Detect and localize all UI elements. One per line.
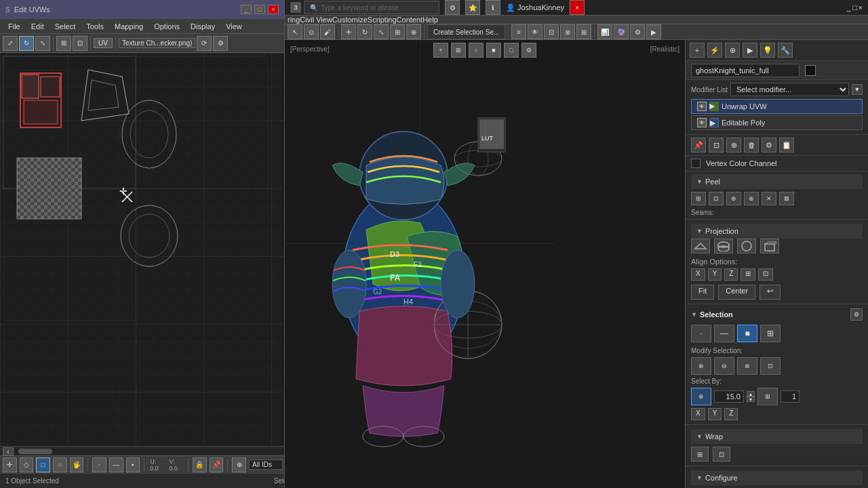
sel-loop-btn[interactable]: ⊗ — [737, 357, 757, 375]
search-options-btn[interactable]: ⚙ — [445, 0, 460, 15]
move-uv-btn[interactable]: ✛ — [3, 458, 17, 472]
uv-label[interactable]: UV — [94, 38, 113, 48]
show-end-result-btn[interactable]: ⊡ — [709, 138, 724, 152]
info-btn[interactable]: ℹ — [486, 0, 500, 15]
menu-tools[interactable]: Tools — [81, 19, 109, 34]
menu-options[interactable]: Options — [149, 19, 185, 34]
sel-x-btn[interactable]: X — [691, 408, 705, 420]
uv-scrollbar-horizontal[interactable]: ‹ › 0 / 100 — [0, 446, 284, 455]
wrap-btn-2[interactable]: ⊡ — [713, 447, 730, 462]
create-selection-btn[interactable]: Create Selection Se... — [427, 24, 505, 39]
make-unique-btn[interactable]: ⊗ — [726, 138, 741, 152]
lasso-sel-btn[interactable]: ⊙ — [304, 24, 319, 39]
menu-display[interactable]: Display — [185, 19, 220, 34]
modifier-item-unwrap[interactable]: 👁 ▶ Unwrap UVW — [691, 99, 863, 114]
move-btn[interactable]: ✛ — [341, 24, 356, 39]
sel-count-input[interactable] — [781, 390, 800, 403]
close-app-btn[interactable]: × — [570, 0, 585, 15]
id-selector[interactable]: All IDs — [249, 460, 283, 470]
shrink-sel-btn[interactable]: ⊖ — [714, 357, 734, 375]
create-panel-btn[interactable]: + — [690, 43, 705, 58]
grow-sel-btn[interactable]: ⊕ — [691, 357, 711, 375]
selection-settings-btn[interactable]: ⚙ — [850, 308, 863, 321]
hierarchy-panel-btn[interactable]: ⊕ — [725, 43, 740, 58]
menu-civil-view[interactable]: Civil View — [300, 16, 332, 24]
hand-tool[interactable]: 🖐 — [70, 458, 84, 472]
copy-modifier-btn[interactable]: 📋 — [779, 138, 794, 152]
sel-grid-btn[interactable]: ⊞ — [757, 388, 778, 405]
remove-modifier-btn[interactable]: 🗑 — [744, 138, 759, 152]
center-button[interactable]: Center — [718, 285, 755, 300]
object-name-input[interactable] — [691, 64, 800, 77]
vp-btn-1[interactable]: + — [433, 43, 448, 58]
scale-tool[interactable]: ⤡ — [35, 36, 50, 51]
align-z[interactable]: Z — [724, 268, 738, 281]
vis-icon-poly[interactable]: 👁 — [697, 118, 707, 127]
face-sel-btn[interactable]: ■ — [737, 325, 757, 342]
lock-btn[interactable]: 🔒 — [193, 458, 207, 472]
proj-cylinder[interactable] — [714, 239, 733, 253]
object-color-swatch[interactable] — [805, 65, 816, 76]
seam-btn-3[interactable]: ⊕ — [726, 192, 741, 205]
element-sel-btn[interactable]: ⊞ — [760, 325, 781, 342]
seam-btn-1[interactable]: ⊞ — [691, 192, 706, 205]
reset-button[interactable]: ↩ — [760, 285, 781, 300]
uv-viewport[interactable]: ✛ — [0, 53, 284, 446]
align-face[interactable]: ⊞ — [741, 268, 755, 281]
align-region[interactable]: ⊡ — [758, 268, 773, 281]
vis-icon-unwrap[interactable]: 👁 — [697, 102, 707, 111]
search-bar[interactable]: 🔍 Type a keyword or phrase — [304, 1, 439, 14]
menu-help[interactable]: Help — [422, 16, 438, 24]
select-btn[interactable]: ↖ — [288, 24, 302, 39]
graph-editors-btn[interactable]: 📊 — [597, 24, 612, 39]
expand-unwrap[interactable]: ▶ — [709, 102, 719, 111]
proj-box[interactable] — [760, 239, 779, 253]
edge-mode[interactable]: — — [109, 458, 123, 472]
snap-tool[interactable]: ⊡ — [73, 36, 87, 51]
projection-header[interactable]: ▼ Projection — [691, 224, 863, 239]
app-minimize[interactable]: _ — [847, 3, 851, 12]
select-box-btn[interactable]: □ — [36, 458, 50, 472]
face-mode[interactable]: ▪ — [126, 458, 140, 472]
minimize-button[interactable]: _ — [241, 5, 252, 14]
select-circle-btn[interactable]: ○ — [53, 458, 67, 472]
align-btn[interactable]: ⊞ — [576, 24, 591, 39]
vp-btn-3[interactable]: ○ — [469, 43, 484, 58]
edge-sel-btn[interactable]: — — [714, 325, 734, 342]
scroll-left[interactable]: ‹ — [3, 447, 14, 455]
maximize-button[interactable]: □ — [254, 5, 265, 14]
texture-settings[interactable]: ⚙ — [213, 36, 228, 51]
grid-toggle[interactable]: ⊞ — [56, 36, 71, 51]
fit-button[interactable]: Fit — [691, 285, 714, 300]
proj-sphere[interactable] — [737, 239, 756, 253]
pivot-btn[interactable]: ⊕ — [406, 24, 421, 39]
proj-planar[interactable] — [691, 239, 710, 253]
peel-header[interactable]: ▼ Peel — [691, 174, 863, 189]
motion-panel-btn[interactable]: ▶ — [743, 43, 757, 58]
close-button[interactable]: × — [268, 5, 279, 14]
rotate-tool[interactable]: ↻ — [19, 36, 34, 51]
menu-rendering[interactable]: ring — [288, 16, 300, 24]
seam-btn-2[interactable]: ⊡ — [709, 192, 724, 205]
sel-z-btn[interactable]: Z — [724, 408, 738, 420]
vertex-mode[interactable]: · — [92, 458, 106, 472]
modifier-dropdown-arrow[interactable]: ▼ — [852, 84, 863, 95]
sel-y-btn[interactable]: Y — [708, 408, 722, 420]
vp-btn-5[interactable]: □ — [504, 43, 519, 58]
menu-file[interactable]: File — [3, 19, 26, 34]
transform-tool[interactable]: ⤢ — [3, 36, 18, 51]
seam-btn-4[interactable]: ⊗ — [744, 192, 759, 205]
display-panel-btn[interactable]: 💡 — [760, 43, 775, 58]
paint-sel-btn[interactable]: 🖌 — [320, 24, 335, 39]
align-y[interactable]: Y — [708, 268, 722, 281]
menu-view[interactable]: View — [220, 19, 248, 34]
snap-btn[interactable]: ⊕ — [232, 458, 246, 472]
modifier-list-dropdown[interactable]: Select modifier... — [730, 83, 849, 96]
pin-btn[interactable]: 📌 — [210, 458, 224, 472]
configure-modifier-btn[interactable]: ⚙ — [762, 138, 776, 152]
material-editor-btn[interactable]: 🔮 — [614, 24, 629, 39]
vp-btn-6[interactable]: ⚙ — [521, 43, 536, 58]
sel-ring-btn[interactable]: ⊡ — [760, 357, 781, 375]
sel-by-object-btn[interactable]: ⊕ — [691, 388, 711, 405]
texture-refresh[interactable]: ⟳ — [197, 36, 212, 51]
